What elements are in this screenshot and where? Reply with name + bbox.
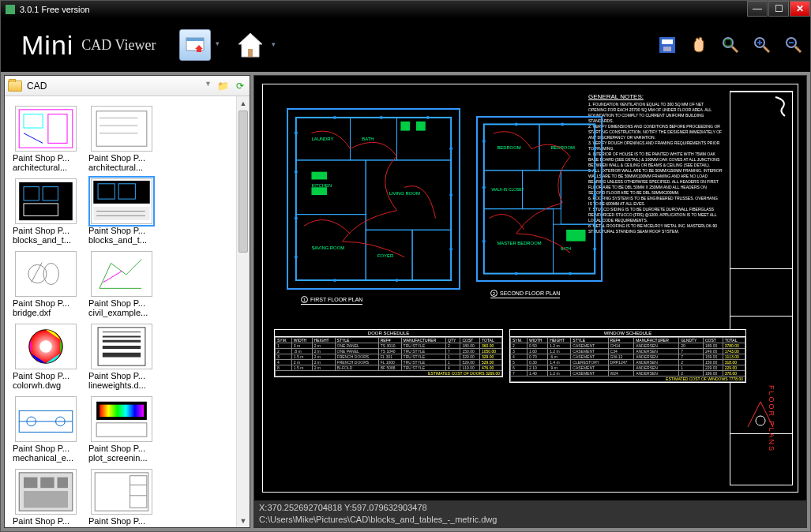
svg-point-100 <box>449 147 452 150</box>
note-item: 8. METAL ROOFING IS TO BE MCELROY METAL … <box>588 223 723 234</box>
svg-text:LIVING ROOM: LIVING ROOM <box>389 191 420 196</box>
note-item: 5. ALL EXTERIOR WALL ARE TO BE 50MMX150M… <box>588 168 723 196</box>
thumbnail-preview <box>91 396 152 442</box>
thumbnail-type: Paint Shop P... <box>85 516 158 526</box>
scrollbar[interactable]: ▲ ▼ <box>236 96 250 527</box>
app-icon <box>6 5 15 14</box>
plan1-label: 1FIRST FLOOR PLAN <box>301 296 362 305</box>
thumbnail-item[interactable]: Paint Shop P...bridge.dxf <box>9 251 82 317</box>
thumbnail-item[interactable]: Paint Shop P...title_block-an... <box>85 469 158 527</box>
note-item: 2. VERIFY DIMENSIONS AND CONDITIONS BEFO… <box>588 124 723 140</box>
svg-rect-16 <box>19 110 73 148</box>
up-folder-icon[interactable]: 📁 <box>216 80 229 92</box>
note-item: 1. FOUNDATION VENTILATION EQUAL TO 300 S… <box>588 102 723 124</box>
scroll-up-icon[interactable]: ▲ <box>237 96 250 110</box>
thumbnail-item[interactable]: Paint Shop P...tablet.dwg <box>9 469 82 527</box>
first-floor-plan: LAUNDRY BATH KITCHEN LIVING ROOM SAVING … <box>287 108 460 290</box>
svg-point-123 <box>561 122 564 126</box>
svg-point-103 <box>333 279 336 282</box>
svg-text:LAUNDRY: LAUNDRY <box>311 137 333 141</box>
thumbnail-item[interactable]: Paint Shop P...plot_screenin... <box>85 396 158 463</box>
svg-point-126 <box>593 247 596 250</box>
svg-point-102 <box>449 248 452 251</box>
cad-canvas[interactable]: FLOOR PLANS GENERAL NOTES: 1. FOUNDATION… <box>254 76 806 500</box>
zoom-in-icon[interactable] <box>752 35 772 55</box>
thumbnail-item[interactable]: Paint Shop P...mechanical_e... <box>9 396 82 463</box>
thumbnail-preview <box>15 396 77 442</box>
svg-point-38 <box>39 340 51 352</box>
thumbnail-preview <box>15 178 77 224</box>
svg-point-95 <box>295 217 298 220</box>
svg-point-124 <box>593 148 596 151</box>
svg-rect-88 <box>412 230 451 280</box>
thumbnail-preview <box>15 324 77 369</box>
svg-rect-92 <box>311 187 327 195</box>
thumbnail-type: Paint Shop P... <box>9 153 82 163</box>
open-file-button[interactable]: ▾ <box>179 29 211 61</box>
svg-point-101 <box>449 193 452 197</box>
scroll-down-icon[interactable]: ▼ <box>237 514 250 527</box>
thumbnail-item[interactable]: Paint Shop P...colorwh.dwg <box>9 324 82 390</box>
thumbnail-filename: architectural... <box>85 163 158 172</box>
svg-rect-52 <box>96 423 147 436</box>
zoom-extents-icon[interactable] <box>720 35 741 55</box>
thumbnail-item[interactable]: Paint Shop P...blocks_and_t... <box>9 178 82 245</box>
second-floor-plan: BEDROOM BEDROOM WALK-IN CLOSET MASTER BE… <box>476 116 603 282</box>
note-item: 3. VERIFY ROUGH OPENINGS AND FRAMING REQ… <box>588 140 723 152</box>
svg-point-99 <box>426 116 430 119</box>
svg-rect-5 <box>663 47 671 51</box>
note-item: 6. ROOFING SYSTEM IS TO BE ENGINEERED TR… <box>588 196 723 207</box>
svg-point-73 <box>756 416 765 425</box>
svg-rect-1 <box>186 38 204 41</box>
thumbnail-preview <box>15 251 77 297</box>
thumbnail-type: Paint Shop P... <box>9 298 82 308</box>
title-block <box>730 91 793 485</box>
main-toolbar: Mini CAD Viewer ▾ ▾ <box>1 18 810 72</box>
close-button[interactable]: ✕ <box>790 1 810 17</box>
svg-rect-31 <box>93 207 149 220</box>
thumbnail-preview <box>91 106 152 152</box>
current-folder: CAD <box>27 81 47 92</box>
thumbnail-item[interactable]: Paint Shop P...architectural... <box>9 106 82 172</box>
sheet-label: FLOOR PLANS <box>768 385 775 452</box>
thumbnail-type: Paint Shop P... <box>85 371 158 380</box>
thumbnail-item[interactable]: Paint Shop P...blocks_and_t... <box>85 178 158 245</box>
svg-point-119 <box>482 140 486 143</box>
svg-text:FOYER: FOYER <box>377 253 393 258</box>
note-item: 7. STUCCO SIDING IS TO BE DURORETE DUROW… <box>588 207 723 223</box>
thumbnail-preview <box>91 469 152 515</box>
thumbnail-filename: blocks_and_t... <box>9 235 82 245</box>
scroll-thumb[interactable] <box>238 111 248 253</box>
maximize-button[interactable]: ☐ <box>768 1 789 17</box>
pan-hand-icon[interactable] <box>689 35 709 55</box>
svg-point-94 <box>295 170 298 174</box>
svg-rect-24 <box>19 182 73 220</box>
titlebar: 3.0.1 Free version — ☐ ✕ <box>1 1 810 18</box>
path-dropdown-icon[interactable]: ▼ <box>205 80 212 92</box>
thumbnail-item[interactable]: Paint Shop P...architectural... <box>85 106 158 172</box>
svg-point-97 <box>333 116 336 119</box>
home-button[interactable]: ▾ <box>235 29 266 61</box>
refresh-icon[interactable]: ⟳ <box>234 80 246 92</box>
thumbnail-filename: civil_example... <box>85 308 158 317</box>
svg-text:SAVING ROOM: SAVING ROOM <box>311 245 344 250</box>
thumbnail-filename: tablet.dwg <box>9 526 82 527</box>
svg-rect-89 <box>400 122 410 131</box>
svg-point-128 <box>569 272 572 275</box>
notes-heading: GENERAL NOTES: <box>588 94 723 99</box>
save-icon[interactable] <box>657 35 678 55</box>
svg-rect-2 <box>248 49 253 57</box>
current-file-path: C:\Users\Mike\Pictures\CAD\blocks_and_ta… <box>259 514 802 526</box>
thumbnail-item[interactable]: Paint Shop P...lineweights.d... <box>85 324 158 390</box>
thumbnail-type: Paint Shop P... <box>85 153 158 163</box>
thumbnail-item[interactable]: Paint Shop P...civil_example... <box>85 251 158 317</box>
thumbnail-filename: title_block-an... <box>85 526 158 527</box>
svg-point-35 <box>43 263 58 284</box>
minimize-button[interactable]: — <box>747 1 768 17</box>
svg-rect-74 <box>296 118 451 280</box>
thumbnail-filename: plot_screenin... <box>85 453 158 463</box>
logo-main: Mini <box>21 30 73 61</box>
window-schedule: WINDOW SCHEDULE SYM.WIDTHHEIGHTSTYLEREF#… <box>509 329 746 383</box>
svg-text:BEDROOM: BEDROOM <box>497 145 520 150</box>
zoom-out-icon[interactable] <box>783 35 804 55</box>
